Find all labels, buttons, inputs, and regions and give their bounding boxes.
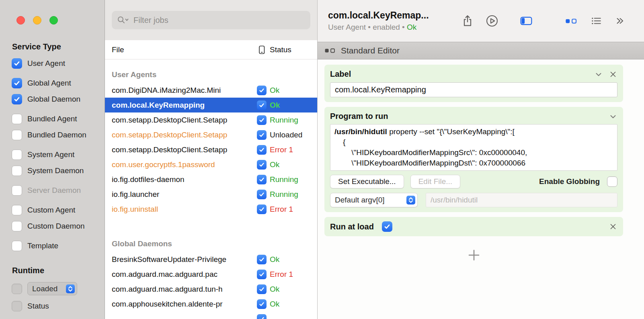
job-file-name: io.fig.launcher xyxy=(112,190,254,199)
chevron-down-icon[interactable] xyxy=(594,70,603,79)
close-icon[interactable] xyxy=(609,70,617,79)
job-enabled-checkbox[interactable] xyxy=(257,255,267,264)
job-row[interactable]: com.adguard.mac.adguard.tun-h Ok xyxy=(105,282,317,297)
job-enabled-checkbox[interactable] xyxy=(257,190,267,199)
service-type-checkbox[interactable] xyxy=(12,221,22,231)
job-row[interactable]: BresinkSoftwareUpdater-Privilege Ok xyxy=(105,252,317,267)
label-input[interactable]: com.local.KeyRemapping xyxy=(330,82,617,97)
job-row[interactable] xyxy=(105,311,317,319)
toggle-sidebar-button[interactable] xyxy=(519,15,533,27)
service-type-checkbox[interactable] xyxy=(12,241,22,251)
service-type-filter[interactable]: Custom Daemon xyxy=(12,218,105,234)
job-row[interactable]: io.fig.launcher Running xyxy=(105,187,317,202)
chevron-down-icon[interactable] xyxy=(609,112,617,121)
service-type-checkbox[interactable] xyxy=(12,205,22,215)
job-enabled-checkbox[interactable] xyxy=(257,145,267,155)
search-input[interactable] xyxy=(133,16,306,25)
job-enabled-checkbox[interactable] xyxy=(257,100,267,110)
close-window-button[interactable] xyxy=(16,16,25,25)
argv-select[interactable]: Default argv[0] xyxy=(330,193,418,207)
job-row[interactable]: com.setapp.DesktopClient.Setapp Error 1 xyxy=(105,142,317,157)
edit-file-button[interactable]: Edit File... xyxy=(410,175,460,188)
job-group-rows: BresinkSoftwareUpdater-Privilege Ok xyxy=(105,252,317,319)
service-type-filter[interactable]: Bundled Agent xyxy=(12,111,105,127)
run-at-load-checkbox[interactable] xyxy=(382,221,392,232)
job-enabled-checkbox[interactable] xyxy=(257,160,267,170)
runtime-status-filter[interactable]: Status xyxy=(12,298,105,314)
argv0-input[interactable] xyxy=(426,193,617,207)
job-file-name: io.fig.uninstall xyxy=(112,205,254,214)
set-executable-button[interactable]: Set Executable... xyxy=(330,175,404,188)
service-type-filter[interactable]: Global Daemon xyxy=(12,91,105,107)
service-type-checkbox[interactable] xyxy=(12,130,22,140)
job-row[interactable]: com.adguard.mac.adguard.pac Error 1 xyxy=(105,267,317,282)
job-row[interactable]: com.apphousekitchen.aldente-pr Ok xyxy=(105,297,317,311)
run-at-load-section: Run at load xyxy=(324,217,623,236)
job-enabled-checkbox[interactable] xyxy=(257,175,267,184)
check-icon xyxy=(258,316,265,319)
service-type-filter[interactable]: Bundled Daemon xyxy=(12,127,105,143)
service-type-checkbox[interactable] xyxy=(12,58,22,69)
service-type-filter[interactable]: System Daemon xyxy=(12,163,105,179)
service-type-checkbox[interactable] xyxy=(12,78,22,88)
service-type-filter[interactable]: User Agent xyxy=(12,55,105,72)
job-enabled-checkbox[interactable] xyxy=(257,314,267,319)
job-row[interactable]: com.setapp.DesktopClient.Setapp Running xyxy=(105,112,317,127)
expert-editor-button[interactable] xyxy=(590,16,602,26)
argv-select-value: Default argv[0] xyxy=(335,196,385,204)
runtime-status-checkbox[interactable] xyxy=(12,301,22,311)
overflow-chevron-icon[interactable] xyxy=(614,16,625,26)
job-status: Running xyxy=(270,175,317,184)
start-job-button[interactable] xyxy=(486,14,498,27)
runtime-loaded-select[interactable]: Loaded xyxy=(27,282,77,295)
job-enabled-checkbox[interactable] xyxy=(257,86,267,95)
detail-header: com.local.KeyRemap... User Agent • enabl… xyxy=(318,0,644,42)
add-key-button[interactable] xyxy=(467,248,481,262)
job-file-name: io.fig.dotfiles-daemon xyxy=(112,175,254,184)
service-type-filter[interactable]: Server Daemon xyxy=(12,182,105,198)
column-status[interactable]: Status xyxy=(270,45,317,54)
job-enabled-checkbox[interactable] xyxy=(257,270,267,279)
job-row[interactable]: io.fig.dotfiles-daemon Running xyxy=(105,172,317,187)
job-row[interactable]: com.DigiDNA.iMazing2Mac.Mini Ok xyxy=(105,83,317,98)
job-enabled-checkbox[interactable] xyxy=(257,299,267,309)
job-title: com.local.KeyRemap... xyxy=(328,10,429,21)
zoom-window-button[interactable] xyxy=(49,16,58,25)
runtime-loaded-checkbox[interactable] xyxy=(12,284,22,294)
enable-globbing-checkbox[interactable] xyxy=(607,176,617,187)
service-type-checkbox[interactable] xyxy=(12,114,22,124)
job-file-name: com.DigiDNA.iMazing2Mac.Mini xyxy=(112,86,254,95)
filter-jobs-field[interactable] xyxy=(112,11,310,29)
runtime-loaded-filter[interactable]: Loaded xyxy=(12,279,105,298)
job-row[interactable]: com.user.gocryptfs.1password Ok xyxy=(105,157,317,172)
service-type-filter[interactable]: Global Agent xyxy=(12,75,105,91)
job-status: Ok xyxy=(270,101,317,110)
search-icon xyxy=(117,15,130,25)
service-type-checkbox[interactable] xyxy=(12,94,22,104)
job-status: Error 1 xyxy=(270,145,317,154)
service-type-checkbox[interactable] xyxy=(12,149,22,160)
close-icon[interactable] xyxy=(609,222,617,231)
job-enabled-checkbox[interactable] xyxy=(257,284,267,294)
service-type-checkbox[interactable] xyxy=(12,166,22,176)
service-type-checkbox[interactable] xyxy=(12,185,22,196)
runtime-loaded-value: Loaded xyxy=(32,284,57,293)
minimize-window-button[interactable] xyxy=(33,16,41,25)
job-row[interactable]: com.local.KeyRemapping Ok xyxy=(105,98,317,112)
share-button[interactable] xyxy=(461,14,474,27)
service-type-filter[interactable]: Template xyxy=(12,238,105,254)
job-enabled-checkbox[interactable] xyxy=(257,204,267,214)
job-row[interactable]: com.setapp.DesktopClient.Setapp Unloaded xyxy=(105,127,317,142)
service-type-label: System Daemon xyxy=(27,166,84,175)
standard-editor-button[interactable] xyxy=(564,16,578,26)
editor-canvas: Label com.local.KeyRemapping Program t xyxy=(318,59,644,319)
job-row[interactable]: io.fig.uninstall Error 1 xyxy=(105,202,317,217)
service-type-filter[interactable]: Custom Agent xyxy=(12,202,105,218)
job-enabled-checkbox[interactable] xyxy=(257,130,267,140)
program-code-editor[interactable]: /usr/bin/hidutil property --set "{\"User… xyxy=(330,124,617,171)
job-enabled-checkbox[interactable] xyxy=(257,115,267,125)
service-type-filter[interactable]: System Agent xyxy=(12,147,105,163)
enabled-column-icon[interactable] xyxy=(254,45,270,55)
service-type-label: Template xyxy=(27,241,58,250)
column-file[interactable]: File xyxy=(112,45,254,54)
